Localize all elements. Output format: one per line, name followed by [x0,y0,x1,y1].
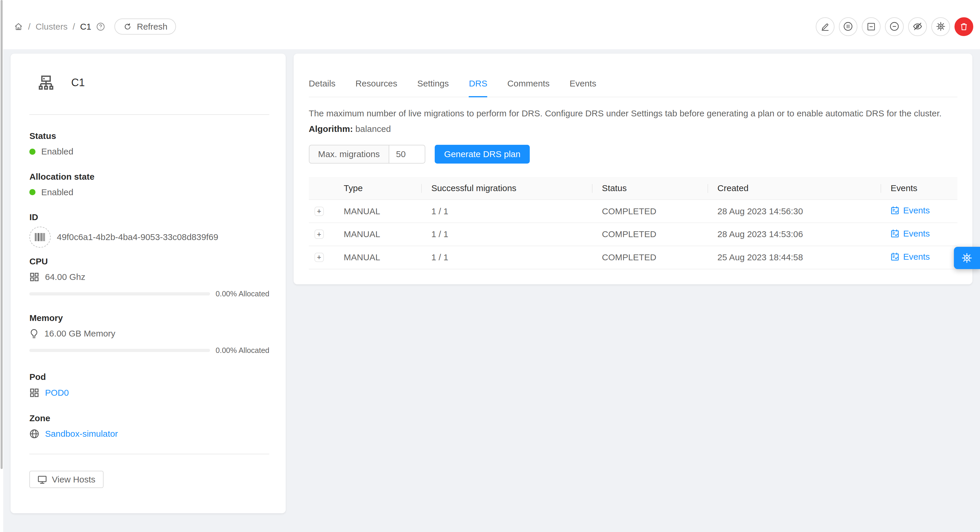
id-section: ID 49f0c6a1-4b2b-4ba4-9053-33c08d839f69 [29,212,269,248]
tab-comments[interactable]: Comments [508,72,550,97]
edit-button[interactable] [816,17,835,36]
breadcrumb-clusters[interactable]: Clusters [35,22,67,32]
id-value: 49f0c6a1-4b2b-4ba4-9053-33c08d839f69 [57,232,218,242]
events-link[interactable]: Events [891,252,930,262]
cpu-allocated-text: 0.00% Allocated [216,290,269,298]
scrollbar-thumb[interactable] [1,0,2,469]
allocation-state-value: Enabled [41,187,73,197]
events-link[interactable]: Events [891,205,930,216]
minus-square-button[interactable] [862,17,881,36]
gear-icon [961,252,973,264]
divider [29,454,269,454]
pause-circle-icon [843,21,853,32]
status-label: Status [29,131,269,141]
column-status: Status [592,177,708,200]
column-type: Type [334,177,422,200]
view-hosts-label: View Hosts [52,475,95,484]
minus-circle-button[interactable] [885,17,904,36]
drs-controls: Max. migrations Generate DRS plan [309,145,958,164]
floating-settings-button[interactable] [954,247,980,269]
expand-row-button[interactable]: + [315,206,324,216]
allocation-state-label: Allocation state [29,172,269,182]
memory-allocated-text: 0.00% Allocated [216,346,269,355]
pause-button[interactable] [839,17,858,36]
cpu-progress: 0.00% Allocated [29,290,269,298]
algorithm-label: Algorithm: [309,124,353,133]
barcode-icon [29,227,51,248]
appstore-icon [29,388,39,398]
id-label: ID [29,212,269,222]
breadcrumb-current: C1 [80,22,91,32]
tab-resources[interactable]: Resources [355,72,398,97]
main-content: C1 Status Enabled Allocation state Enabl… [0,49,980,513]
pod-section: Pod POD0 [29,372,269,397]
hide-button[interactable] [908,17,927,36]
top-bar: / Clusters / C1 Refresh [0,0,980,49]
cell-successful-migrations: 1 / 1 [421,200,592,223]
schedule-icon [891,206,899,215]
memory-section: Memory 16.00 GB Memory 0.00% Allocated [29,313,269,355]
schedule-icon [891,253,899,261]
eye-invisible-icon [912,21,923,32]
delete-button[interactable] [955,17,973,36]
minus-square-icon [866,22,876,32]
question-circle-icon[interactable] [95,22,106,32]
refresh-button[interactable]: Refresh [115,19,176,35]
cluster-icon [37,73,55,92]
settings-button[interactable] [931,17,950,36]
allocation-state-section: Allocation state Enabled [29,172,269,197]
allocation-dot-icon [29,189,35,195]
globe-icon [29,429,39,439]
resource-title: C1 [71,76,85,89]
resource-actions [816,17,973,36]
drs-algorithm-line: Algorithm: balanced [309,124,958,134]
tab-bar: Details Resources Settings DRS Comments … [309,54,958,97]
table-row: + MANUAL 1 / 1 COMPLETED 28 Aug 2023 14:… [309,223,958,246]
max-migrations-group: Max. migrations [309,145,426,164]
breadcrumb-separator: / [28,22,30,32]
zone-link[interactable]: Sandbox-simulator [45,429,118,439]
view-hosts-button[interactable]: View Hosts [29,471,103,488]
cell-status: COMPLETED [592,246,708,269]
max-migrations-input[interactable] [389,145,426,164]
events-link[interactable]: Events [891,229,930,238]
desktop-icon [38,475,47,484]
cpu-value: 64.00 Ghz [45,272,85,282]
status-dot-icon [29,149,35,155]
table-row: + MANUAL 1 / 1 COMPLETED 28 Aug 2023 14:… [309,200,958,223]
drs-plan-table: Type Successful migrations Status Create… [309,177,958,269]
pod-link[interactable]: POD0 [45,388,68,398]
appstore-icon [29,272,39,282]
pod-label: Pod [29,372,269,382]
tab-settings[interactable]: Settings [417,72,449,97]
cell-created: 28 Aug 2023 14:53:06 [708,223,881,246]
home-icon[interactable] [14,22,23,31]
cell-created: 25 Aug 2023 18:44:58 [708,246,881,269]
tab-drs[interactable]: DRS [469,72,487,97]
left-scrollbar [0,0,3,532]
events-link-label: Events [903,252,930,262]
max-migrations-label: Max. migrations [309,145,389,164]
cell-status: COMPLETED [592,223,708,246]
events-link-label: Events [903,205,930,216]
expand-row-button[interactable]: + [315,253,324,262]
generate-drs-plan-button[interactable]: Generate DRS plan [435,145,530,164]
table-row: + MANUAL 1 / 1 COMPLETED 25 Aug 2023 18:… [309,246,958,269]
cell-created: 28 Aug 2023 14:56:30 [708,200,881,223]
trash-icon [959,22,969,32]
cpu-section: CPU 64.00 Ghz 0.00% Allocated [29,256,269,298]
cell-status: COMPLETED [592,200,708,223]
minus-circle-icon [889,21,900,32]
column-events: Events [881,177,958,200]
gear-icon [935,21,946,32]
resource-header: C1 [29,73,269,92]
tab-details[interactable]: Details [309,72,336,97]
cell-type: MANUAL [334,223,422,246]
cell-type: MANUAL [334,200,422,223]
tab-events[interactable]: Events [570,72,596,97]
resource-info-card: C1 Status Enabled Allocation state Enabl… [11,54,286,513]
status-value: Enabled [41,146,73,157]
cell-successful-migrations: 1 / 1 [421,246,592,269]
resource-detail-card: Details Resources Settings DRS Comments … [294,54,972,284]
expand-row-button[interactable]: + [315,230,324,239]
